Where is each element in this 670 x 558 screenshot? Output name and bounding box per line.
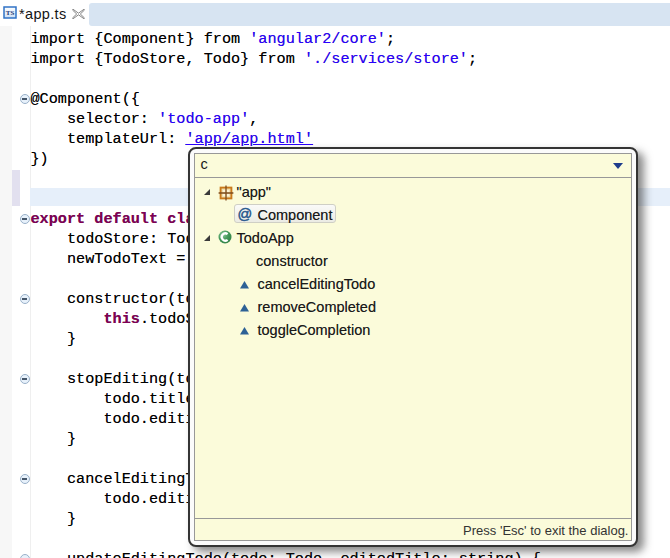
svg-text:TS: TS [6, 9, 15, 17]
svg-text:@: @ [238, 206, 253, 222]
